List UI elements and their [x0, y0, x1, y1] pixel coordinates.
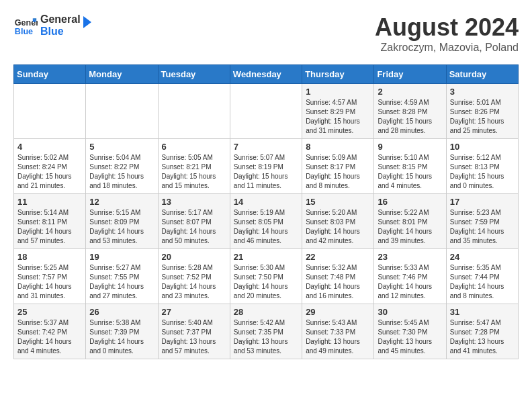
day-info: Sunrise: 5:12 AM Sunset: 8:13 PM Dayligh…	[450, 153, 515, 191]
day-number: 11	[17, 197, 82, 207]
day-number: 25	[17, 307, 82, 317]
calendar-week-row: 1Sunrise: 4:57 AM Sunset: 8:29 PM Daylig…	[14, 84, 519, 139]
day-number: 21	[234, 252, 298, 262]
day-info: Sunrise: 5:14 AM Sunset: 8:11 PM Dayligh…	[17, 208, 82, 246]
day-info: Sunrise: 5:02 AM Sunset: 8:24 PM Dayligh…	[17, 153, 82, 191]
day-info: Sunrise: 5:15 AM Sunset: 8:09 PM Dayligh…	[89, 208, 154, 246]
day-number: 26	[89, 307, 154, 317]
day-number: 29	[306, 307, 370, 317]
calendar-cell: 27Sunrise: 5:40 AM Sunset: 7:37 PM Dayli…	[158, 304, 230, 359]
page-header: General Blue General Blue August 2024 Za…	[13, 13, 519, 54]
day-info: Sunrise: 5:28 AM Sunset: 7:52 PM Dayligh…	[162, 263, 226, 301]
logo-icon: General Blue	[13, 13, 38, 38]
calendar-cell: 12Sunrise: 5:15 AM Sunset: 8:09 PM Dayli…	[86, 194, 158, 249]
day-info: Sunrise: 5:37 AM Sunset: 7:42 PM Dayligh…	[17, 318, 82, 356]
day-number: 14	[234, 197, 298, 207]
calendar-week-row: 25Sunrise: 5:37 AM Sunset: 7:42 PM Dayli…	[14, 304, 519, 359]
calendar-cell: 13Sunrise: 5:17 AM Sunset: 8:07 PM Dayli…	[158, 194, 230, 249]
calendar-cell: 17Sunrise: 5:23 AM Sunset: 7:59 PM Dayli…	[446, 194, 518, 249]
day-number: 7	[234, 142, 298, 152]
calendar-cell	[14, 84, 86, 139]
weekday-header-saturday: Saturday	[446, 65, 518, 84]
day-number: 24	[450, 252, 515, 262]
logo: General Blue General Blue	[13, 13, 93, 38]
day-info: Sunrise: 5:25 AM Sunset: 7:57 PM Dayligh…	[17, 263, 82, 301]
calendar-cell: 8Sunrise: 5:09 AM Sunset: 8:17 PM Daylig…	[302, 139, 374, 194]
calendar-cell: 15Sunrise: 5:20 AM Sunset: 8:03 PM Dayli…	[302, 194, 374, 249]
day-info: Sunrise: 5:35 AM Sunset: 7:44 PM Dayligh…	[450, 263, 515, 301]
day-info: Sunrise: 5:43 AM Sunset: 7:33 PM Dayligh…	[306, 318, 370, 356]
weekday-header-tuesday: Tuesday	[158, 65, 230, 84]
day-info: Sunrise: 5:01 AM Sunset: 8:26 PM Dayligh…	[450, 98, 515, 136]
day-number: 20	[162, 252, 226, 262]
calendar-cell: 6Sunrise: 5:05 AM Sunset: 8:21 PM Daylig…	[158, 139, 230, 194]
calendar-cell: 4Sunrise: 5:02 AM Sunset: 8:24 PM Daylig…	[14, 139, 86, 194]
weekday-header-row: SundayMondayTuesdayWednesdayThursdayFrid…	[14, 65, 519, 84]
calendar-cell	[230, 84, 302, 139]
calendar-cell: 23Sunrise: 5:33 AM Sunset: 7:46 PM Dayli…	[374, 249, 446, 304]
day-info: Sunrise: 5:10 AM Sunset: 8:15 PM Dayligh…	[378, 153, 442, 191]
day-number: 1	[306, 87, 370, 97]
day-number: 12	[89, 197, 154, 207]
day-info: Sunrise: 5:19 AM Sunset: 8:05 PM Dayligh…	[234, 208, 298, 246]
day-info: Sunrise: 5:30 AM Sunset: 7:50 PM Dayligh…	[234, 263, 298, 301]
day-number: 16	[378, 197, 442, 207]
day-info: Sunrise: 5:05 AM Sunset: 8:21 PM Dayligh…	[162, 153, 226, 191]
day-info: Sunrise: 5:27 AM Sunset: 7:55 PM Dayligh…	[89, 263, 154, 301]
calendar-cell: 5Sunrise: 5:04 AM Sunset: 8:22 PM Daylig…	[86, 139, 158, 194]
day-number: 13	[162, 197, 226, 207]
day-info: Sunrise: 5:47 AM Sunset: 7:28 PM Dayligh…	[450, 318, 515, 356]
day-info: Sunrise: 5:38 AM Sunset: 7:39 PM Dayligh…	[89, 318, 154, 356]
day-info: Sunrise: 5:40 AM Sunset: 7:37 PM Dayligh…	[162, 318, 226, 356]
logo-arrow-icon	[78, 15, 93, 30]
calendar-cell: 29Sunrise: 5:43 AM Sunset: 7:33 PM Dayli…	[302, 304, 374, 359]
calendar-week-row: 18Sunrise: 5:25 AM Sunset: 7:57 PM Dayli…	[14, 249, 519, 304]
day-number: 10	[450, 142, 515, 152]
calendar-cell: 28Sunrise: 5:42 AM Sunset: 7:35 PM Dayli…	[230, 304, 302, 359]
calendar-cell: 1Sunrise: 4:57 AM Sunset: 8:29 PM Daylig…	[302, 84, 374, 139]
day-number: 3	[450, 87, 515, 97]
calendar-cell: 7Sunrise: 5:07 AM Sunset: 8:19 PM Daylig…	[230, 139, 302, 194]
logo-general: General	[40, 13, 81, 26]
day-info: Sunrise: 5:45 AM Sunset: 7:30 PM Dayligh…	[378, 318, 442, 356]
calendar-cell: 20Sunrise: 5:28 AM Sunset: 7:52 PM Dayli…	[158, 249, 230, 304]
calendar-title: August 2024	[375, 13, 519, 42]
day-info: Sunrise: 5:07 AM Sunset: 8:19 PM Dayligh…	[234, 153, 298, 191]
day-number: 22	[306, 252, 370, 262]
calendar-cell: 10Sunrise: 5:12 AM Sunset: 8:13 PM Dayli…	[446, 139, 518, 194]
calendar-week-row: 11Sunrise: 5:14 AM Sunset: 8:11 PM Dayli…	[14, 194, 519, 249]
day-info: Sunrise: 5:09 AM Sunset: 8:17 PM Dayligh…	[306, 153, 370, 191]
weekday-header-thursday: Thursday	[302, 65, 374, 84]
weekday-header-wednesday: Wednesday	[230, 65, 302, 84]
calendar-cell: 26Sunrise: 5:38 AM Sunset: 7:39 PM Dayli…	[86, 304, 158, 359]
day-info: Sunrise: 5:33 AM Sunset: 7:46 PM Dayligh…	[378, 263, 442, 301]
day-info: Sunrise: 5:04 AM Sunset: 8:22 PM Dayligh…	[89, 153, 154, 191]
calendar-cell: 14Sunrise: 5:19 AM Sunset: 8:05 PM Dayli…	[230, 194, 302, 249]
weekday-header-sunday: Sunday	[14, 65, 86, 84]
logo-blue: Blue	[40, 26, 81, 38]
day-number: 18	[17, 252, 82, 262]
calendar-cell: 31Sunrise: 5:47 AM Sunset: 7:28 PM Dayli…	[446, 304, 518, 359]
calendar-cell: 21Sunrise: 5:30 AM Sunset: 7:50 PM Dayli…	[230, 249, 302, 304]
day-info: Sunrise: 4:59 AM Sunset: 8:28 PM Dayligh…	[378, 98, 442, 136]
calendar-cell	[158, 84, 230, 139]
day-number: 6	[162, 142, 226, 152]
day-info: Sunrise: 5:32 AM Sunset: 7:48 PM Dayligh…	[306, 263, 370, 301]
calendar-cell: 19Sunrise: 5:27 AM Sunset: 7:55 PM Dayli…	[86, 249, 158, 304]
day-number: 28	[234, 307, 298, 317]
calendar-week-row: 4Sunrise: 5:02 AM Sunset: 8:24 PM Daylig…	[14, 139, 519, 194]
day-number: 23	[378, 252, 442, 262]
day-number: 9	[378, 142, 442, 152]
calendar-cell: 18Sunrise: 5:25 AM Sunset: 7:57 PM Dayli…	[14, 249, 86, 304]
calendar-cell: 11Sunrise: 5:14 AM Sunset: 8:11 PM Dayli…	[14, 194, 86, 249]
calendar-cell: 25Sunrise: 5:37 AM Sunset: 7:42 PM Dayli…	[14, 304, 86, 359]
day-number: 31	[450, 307, 515, 317]
day-info: Sunrise: 5:17 AM Sunset: 8:07 PM Dayligh…	[162, 208, 226, 246]
calendar-subtitle: Zakroczym, Mazovia, Poland	[375, 42, 519, 54]
svg-marker-4	[83, 16, 91, 28]
calendar-cell: 30Sunrise: 5:45 AM Sunset: 7:30 PM Dayli…	[374, 304, 446, 359]
day-number: 2	[378, 87, 442, 97]
calendar-cell: 9Sunrise: 5:10 AM Sunset: 8:15 PM Daylig…	[374, 139, 446, 194]
day-number: 17	[450, 197, 515, 207]
calendar-cell: 24Sunrise: 5:35 AM Sunset: 7:44 PM Dayli…	[446, 249, 518, 304]
